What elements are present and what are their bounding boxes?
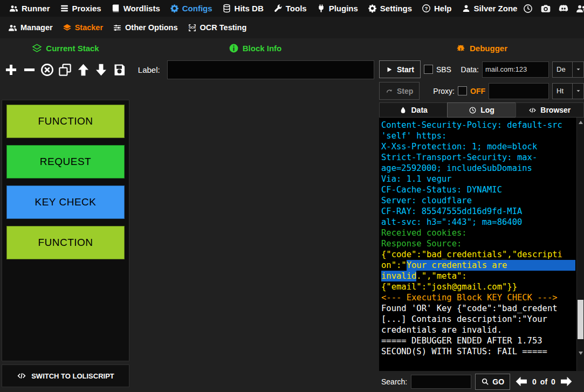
nav-label-silver-zone: Silver Zone: [474, 4, 518, 13]
nav-item-plugins[interactable]: Plugins: [312, 0, 363, 17]
subnav-item-manager[interactable]: Manager: [3, 17, 58, 38]
users-icon[interactable]: [575, 3, 584, 15]
stack-toolbar: Label:: [0, 58, 377, 81]
stack-block-function-1[interactable]: FUNCTION: [6, 105, 125, 138]
nav-label-plugins: Plugins: [329, 4, 358, 13]
tab-log[interactable]: Log: [447, 102, 516, 118]
subnav-item-ocr-testing[interactable]: OCR Testing: [183, 17, 252, 38]
wordlist-type-dropdown[interactable]: De: [552, 61, 584, 78]
next-match-icon[interactable]: [559, 374, 574, 389]
debugger-log[interactable]: Content-Security-Policy: default-src'sel…: [379, 118, 584, 371]
camera-icon[interactable]: [540, 3, 552, 15]
log-line: age=2592000; includeSubDomains: [381, 163, 575, 174]
save-config-icon[interactable]: [111, 61, 127, 78]
nav-item-wordlists[interactable]: Wordlists: [106, 0, 165, 17]
nav-label-tools: Tools: [286, 4, 307, 13]
history-icon[interactable]: [522, 3, 534, 15]
disable-block-icon[interactable]: [39, 61, 55, 78]
scroll-down-icon[interactable]: [579, 352, 583, 355]
configs-gear-icon: [170, 4, 179, 13]
sbs-checkbox[interactable]: [424, 65, 433, 74]
chevron-down-icon: [572, 62, 583, 77]
block-label-input[interactable]: [167, 60, 374, 79]
nav-item-silver-zone[interactable]: Silver Zone: [457, 0, 523, 17]
layers-outline-icon: [32, 43, 42, 53]
search-icon: [481, 377, 489, 386]
wordlists-icon: [111, 4, 120, 13]
person-icon: [462, 4, 471, 13]
add-block-icon[interactable]: [3, 61, 19, 78]
log-line: on":"Your credentials are: [381, 260, 575, 271]
current-stack-panel: FUNCTION REQUEST KEY CHECK FUNCTION: [2, 100, 129, 361]
section-headers: Current Stack Block Info Debugger: [0, 38, 584, 58]
log-line: Response Source:: [381, 238, 575, 249]
nav-label-wordlists: Wordlists: [123, 4, 160, 13]
block-label: FUNCTION: [38, 237, 93, 249]
debugger-row-2: Step Proxy: OFF Ht: [379, 81, 584, 101]
block-label: REQUEST: [40, 156, 91, 168]
stack-block-function-2[interactable]: FUNCTION: [6, 226, 125, 259]
proxy-checkbox[interactable]: [458, 86, 467, 95]
nav-item-proxies[interactable]: Proxies: [55, 0, 106, 17]
previous-match-icon[interactable]: [514, 374, 528, 389]
log-scrollbar[interactable]: [576, 118, 584, 371]
current-stack-header: Current Stack: [0, 38, 131, 58]
nav-item-configs[interactable]: Configs: [165, 0, 217, 17]
nav-label-configs: Configs: [182, 4, 212, 13]
proxy-type-value: Ht: [553, 84, 572, 99]
match-current: 0: [532, 377, 537, 386]
stack-block-request[interactable]: REQUEST: [6, 145, 125, 178]
log-line: invalid.","meta":: [381, 271, 575, 281]
match-separator: of: [540, 377, 547, 386]
log-line: {"code":"bad_credentials","descripti: [381, 249, 575, 260]
scrollbar-thumb[interactable]: [578, 300, 583, 339]
nav-item-settings[interactable]: Settings: [363, 0, 417, 17]
go-button[interactable]: GO: [475, 374, 510, 390]
move-up-icon[interactable]: [75, 61, 91, 78]
match-total: 0: [551, 377, 555, 386]
search-input[interactable]: [411, 375, 471, 389]
log-line: X-Xss-Protection: 1; mode=block: [381, 141, 575, 152]
move-down-icon[interactable]: [93, 61, 109, 78]
block-info-header: Block Info: [131, 38, 379, 58]
stacker-icon: [63, 23, 72, 32]
nav-item-runner[interactable]: Runner: [4, 0, 55, 17]
data-input[interactable]: [482, 61, 549, 78]
subnav-label-manager: Manager: [20, 23, 53, 32]
discord-icon[interactable]: [558, 3, 569, 15]
nav-item-tools[interactable]: Tools: [269, 0, 312, 17]
bug-icon: [456, 43, 466, 53]
clone-block-icon[interactable]: [57, 61, 73, 78]
debugger-controls: Start SBS Data: De Step Proxy: OFF Ht: [379, 58, 584, 102]
tab-data[interactable]: Data: [379, 102, 448, 118]
start-button[interactable]: Start: [379, 60, 421, 78]
subnav-label-other-options: Other Options: [125, 23, 177, 32]
log-line: Found 'OR' Key {"code":"bad_credent: [381, 303, 575, 314]
subnav-item-other-options[interactable]: Other Options: [108, 17, 182, 38]
nav-label-hitsdb: Hits DB: [235, 4, 264, 13]
switch-to-loliscript-button[interactable]: SWITCH TO LOLISCRIPT: [2, 365, 129, 387]
log-line: alt-svc: h3=":443"; ma=86400: [381, 217, 575, 228]
configs-sub-navbar: Manager Stacker Other Options OCR Testin…: [0, 17, 584, 38]
tab-log-label: Log: [480, 106, 494, 114]
nav-item-help[interactable]: Help: [417, 0, 457, 17]
nav-item-hitsdb[interactable]: Hits DB: [217, 0, 269, 17]
proxy-type-dropdown[interactable]: Ht: [552, 83, 584, 99]
stack-block-keycheck[interactable]: KEY CHECK: [6, 185, 125, 219]
info-icon: [229, 43, 239, 53]
block-info-title: Block Info: [243, 44, 282, 53]
log-line: Received cookies:: [381, 228, 575, 238]
runner-icon: [9, 4, 18, 13]
nav-label-runner: Runner: [22, 4, 50, 13]
subnav-item-stacker[interactable]: Stacker: [58, 17, 108, 38]
ocr-icon: [188, 23, 197, 32]
play-icon: [386, 66, 393, 73]
tab-browser[interactable]: Browser: [516, 102, 584, 118]
proxy-input[interactable]: [489, 83, 549, 99]
log-line: Strict-Transport-Security: max-: [381, 152, 575, 163]
proxy-label: Proxy:: [433, 87, 455, 95]
remove-block-icon[interactable]: [21, 61, 37, 78]
scroll-up-icon[interactable]: [579, 121, 583, 124]
step-button[interactable]: Step: [379, 82, 420, 100]
manager-icon: [8, 23, 17, 32]
